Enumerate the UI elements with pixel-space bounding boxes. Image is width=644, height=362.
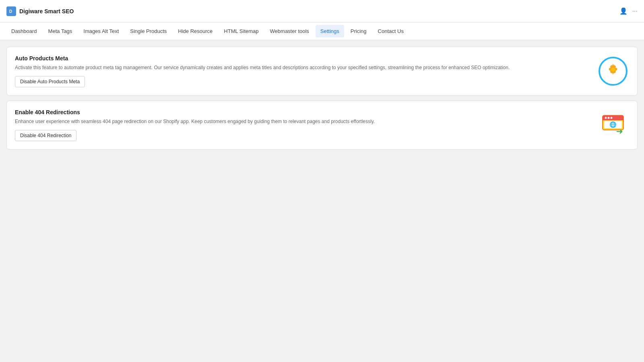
nav-item-pricing[interactable]: Pricing — [346, 25, 372, 37]
nav-item-html-sitemap[interactable]: HTML Sitemap — [219, 25, 263, 37]
nav-item-settings[interactable]: Settings — [316, 25, 344, 37]
app-logo: D — [6, 6, 16, 16]
nav-item-webmaster-tools[interactable]: Webmaster tools — [265, 25, 314, 37]
user-icon[interactable]: 👤 — [619, 7, 627, 15]
more-menu-icon[interactable]: ··· — [632, 8, 638, 15]
svg-point-8 — [608, 117, 610, 119]
svg-point-3 — [611, 68, 615, 72]
nav-item-single-products[interactable]: Single Products — [125, 25, 171, 37]
top-bar-actions: 👤 ··· — [619, 7, 638, 15]
auto-products-meta-body: Auto Products Meta Activate this feature… — [15, 55, 581, 87]
enable-404-body: Enable 404 Redirections Enhance user exp… — [15, 109, 581, 141]
app-title: Digiware Smart SEO — [19, 8, 74, 14]
auto-products-meta-icon — [597, 55, 629, 87]
enable-404-icon — [597, 109, 629, 141]
app-branding: D Digiware Smart SEO — [6, 6, 74, 16]
nav-item-contact-us[interactable]: Contact Us — [373, 25, 409, 37]
auto-products-meta-title: Auto Products Meta — [15, 55, 581, 62]
main-content: Auto Products Meta Activate this feature… — [0, 40, 644, 156]
nav-item-meta-tags[interactable]: Meta Tags — [43, 25, 77, 37]
enable-404-title: Enable 404 Redirections — [15, 109, 581, 115]
svg-point-7 — [605, 117, 607, 119]
enable-404-desc: Enhance user experience with seamless 40… — [15, 118, 581, 125]
auto-products-meta-card: Auto Products Meta Activate this feature… — [6, 47, 638, 96]
svg-point-9 — [611, 117, 613, 119]
auto-products-meta-desc: Activate this feature to automate produc… — [15, 64, 581, 71]
nav-item-dashboard[interactable]: Dashboard — [6, 25, 42, 37]
top-bar: D Digiware Smart SEO 👤 ··· — [0, 0, 644, 23]
nav-item-images-alt-text[interactable]: Images Alt Text — [78, 25, 124, 37]
nav-item-hide-resource[interactable]: Hide Resource — [173, 25, 217, 37]
gear-icon — [605, 61, 621, 82]
navigation-bar: Dashboard Meta Tags Images Alt Text Sing… — [0, 23, 644, 40]
svg-rect-6 — [603, 119, 623, 120]
svg-text:D: D — [9, 9, 12, 14]
disable-404-redirection-button[interactable]: Disable 404 Redirection — [15, 130, 76, 141]
enable-404-redirections-card: Enable 404 Redirections Enhance user exp… — [6, 101, 638, 150]
disable-auto-products-meta-button[interactable]: Disable Auto Products Meta — [15, 76, 85, 87]
